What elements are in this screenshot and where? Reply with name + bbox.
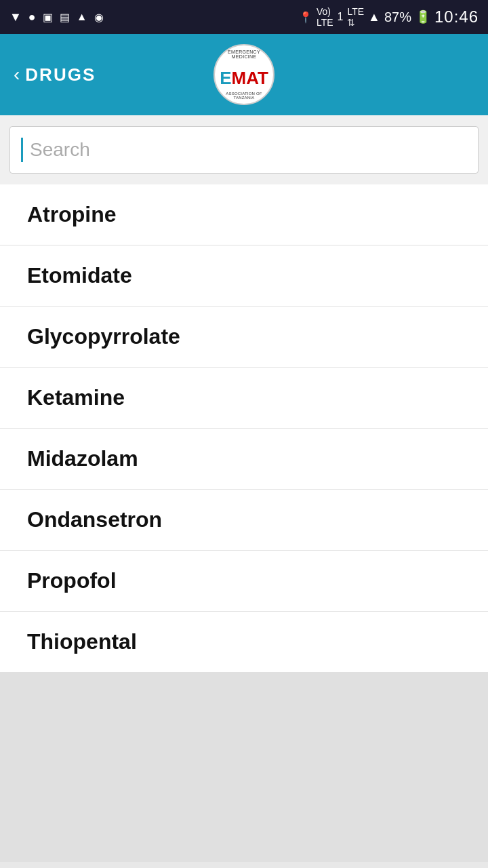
wifi-icon: ▲ bbox=[77, 11, 87, 23]
drug-item-ketamine[interactable]: Ketamine bbox=[0, 368, 488, 429]
emat-logo: EMERGENCY MEDICINE EMAT ASSOCIATION OF T… bbox=[214, 44, 274, 105]
location-icon: 📍 bbox=[299, 11, 312, 24]
whatsapp-icon: ● bbox=[28, 10, 36, 24]
battery-icon: 🔋 bbox=[415, 9, 430, 24]
drug-item-atropine[interactable]: Atropine bbox=[0, 184, 488, 245]
bottom-area bbox=[0, 672, 488, 862]
drug-name: Ketamine bbox=[27, 385, 125, 410]
wechat-icon: ◉ bbox=[94, 11, 104, 24]
drug-name: Propofol bbox=[27, 568, 117, 593]
drug-item-glycopyrrolate[interactable]: Glycopyrrolate bbox=[0, 307, 488, 368]
drug-name: Ondansetron bbox=[27, 507, 162, 532]
search-container: Search bbox=[0, 115, 488, 184]
image-icon: ▣ bbox=[43, 11, 53, 24]
search-placeholder: Search bbox=[30, 139, 90, 161]
drug-name: Midazolam bbox=[27, 446, 138, 471]
drug-item-propofol[interactable]: Propofol bbox=[0, 551, 488, 612]
drug-item-midazolam[interactable]: Midazolam bbox=[0, 429, 488, 490]
back-button[interactable]: ‹ DRUGS bbox=[14, 64, 96, 85]
lte-icon: LTE⇅ bbox=[347, 6, 364, 28]
signal-icon: ▼ bbox=[9, 10, 22, 24]
search-cursor bbox=[21, 138, 23, 162]
network-signal-icon: ▲ bbox=[368, 10, 380, 24]
battery-percentage: 87% bbox=[384, 9, 411, 25]
drug-name: Thiopental bbox=[27, 629, 137, 654]
status-bar: ▼ ● ▣ ▤ ▲ ◉ 📍 Vo)LTE 1 LTE⇅ ▲ 87% 🔋 10:4… bbox=[0, 0, 488, 34]
logo-letter-e: E bbox=[220, 68, 231, 89]
search-box[interactable]: Search bbox=[9, 126, 479, 174]
drug-list: Atropine Etomidate Glycopyrrolate Ketami… bbox=[0, 184, 488, 672]
notification-icon: ▤ bbox=[60, 11, 70, 24]
sim-icon: 1 bbox=[338, 11, 344, 23]
back-label: DRUGS bbox=[25, 64, 96, 85]
vol-lte-label: Vo)LTE bbox=[317, 6, 333, 28]
status-bar-left: ▼ ● ▣ ▤ ▲ ◉ bbox=[9, 10, 104, 24]
drug-name: Etomidate bbox=[27, 263, 132, 288]
back-icon: ‹ bbox=[14, 64, 20, 85]
logo-letter-mat: MAT bbox=[231, 68, 268, 89]
clock: 10:46 bbox=[434, 7, 479, 26]
drug-item-etomidate[interactable]: Etomidate bbox=[0, 245, 488, 307]
logo-arc-bottom: ASSOCIATION OF TANZANIA bbox=[215, 92, 273, 100]
app-bar: ‹ DRUGS EMERGENCY MEDICINE EMAT ASSOCIAT… bbox=[0, 34, 488, 115]
status-bar-right: 📍 Vo)LTE 1 LTE⇅ ▲ 87% 🔋 10:46 bbox=[299, 6, 479, 28]
drug-item-thiopental[interactable]: Thiopental bbox=[0, 612, 488, 672]
drug-item-ondansetron[interactable]: Ondansetron bbox=[0, 490, 488, 551]
drug-name: Atropine bbox=[27, 202, 117, 226]
logo-arc-top: EMERGENCY MEDICINE bbox=[215, 50, 273, 59]
drug-name: Glycopyrrolate bbox=[27, 324, 180, 349]
